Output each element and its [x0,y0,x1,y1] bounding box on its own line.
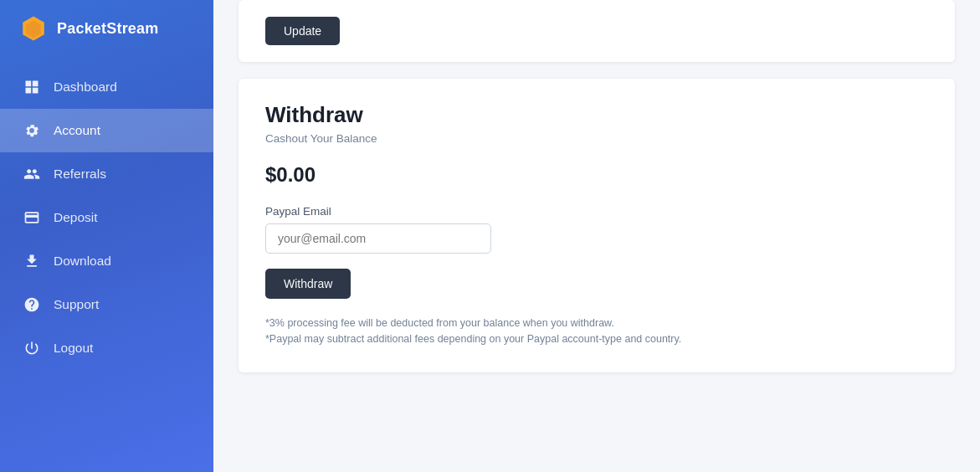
withdraw-card: Withdraw Cashout Your Balance $0.00 Payp… [239,79,955,372]
sidebar-label-download: Download [54,254,111,269]
fee-note-2: *Paypal may subtract additional fees dep… [265,333,928,345]
logo-icon [20,15,47,42]
download-icon [23,253,40,269]
sidebar-item-account[interactable]: Account [0,109,213,152]
gear-icon [23,122,40,139]
paypal-email-label: Paypal Email [265,205,928,218]
logo[interactable]: PacketStream [0,0,213,57]
grid-icon [23,79,40,95]
sidebar-nav: Dashboard Account Referrals Deposit [0,65,213,370]
balance-amount: $0.00 [265,163,928,187]
paypal-email-input[interactable] [265,223,491,254]
sidebar-item-support[interactable]: Support [0,283,213,326]
card-icon [23,209,40,226]
sidebar-label-dashboard: Dashboard [54,80,117,95]
sidebar-label-deposit: Deposit [54,210,98,225]
update-card: Update [239,0,955,62]
main-content: Update Withdraw Cashout Your Balance $0.… [213,0,980,472]
sidebar-item-dashboard[interactable]: Dashboard [0,65,213,109]
sidebar-item-download[interactable]: Download [0,239,213,283]
power-icon [23,340,40,357]
withdraw-button[interactable]: Withdraw [265,269,351,299]
users-icon [23,166,40,182]
sidebar: PacketStream Dashboard Account Referrals [0,0,213,472]
sidebar-item-logout[interactable]: Logout [0,326,213,370]
sidebar-label-account: Account [54,123,100,138]
fee-note-1: *3% processing fee will be deducted from… [265,317,928,329]
sidebar-item-referrals[interactable]: Referrals [0,152,213,196]
logo-text: PacketStream [57,20,158,38]
question-icon [23,296,40,313]
withdraw-subtitle: Cashout Your Balance [265,132,928,145]
sidebar-label-support: Support [54,297,99,312]
update-button[interactable]: Update [265,17,340,45]
sidebar-label-referrals: Referrals [54,167,106,182]
sidebar-label-logout: Logout [54,341,93,356]
withdraw-title: Withdraw [265,102,928,128]
sidebar-item-deposit[interactable]: Deposit [0,196,213,239]
